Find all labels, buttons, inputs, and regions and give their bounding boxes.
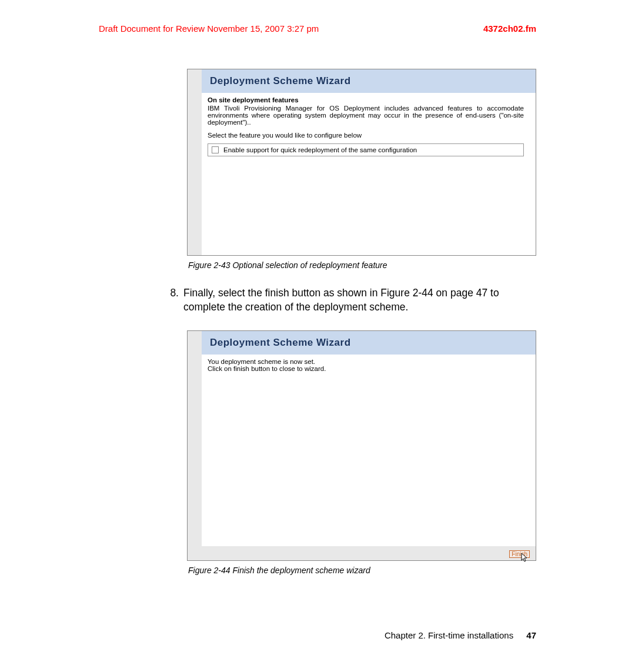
done-line-1: You deployment scheme is now set. (208, 358, 524, 365)
step-body: Finally, select the finish button as sho… (183, 286, 536, 314)
document-page: Draft Document for Review November 15, 2… (0, 0, 635, 672)
draft-notice: Draft Document for Review November 15, 2… (99, 24, 319, 34)
onsite-paragraph-2: Select the feature you would like to con… (208, 132, 524, 139)
onsite-paragraph-1: IBM Tivoli Provisioning Manager for OS D… (208, 105, 524, 126)
page-header: Draft Document for Review November 15, 2… (0, 24, 635, 34)
page-footer: Chapter 2. First-time installations 47 (385, 630, 536, 640)
filename-label: 4372ch02.fm (483, 24, 536, 34)
redeploy-checkbox-label: Enable support for quick redeployment of… (223, 146, 417, 153)
wizard-title: Deployment Scheme Wizard (202, 331, 536, 355)
figure-2-43-caption: Figure 2-43 Optional selection of redepl… (188, 260, 536, 270)
figure-2-43: Deployment Scheme Wizard On site deploym… (187, 69, 536, 270)
step-number: 8. (158, 286, 183, 314)
finish-button[interactable]: Finish (509, 550, 530, 558)
wizard-sidebar (188, 69, 202, 255)
onsite-subheading: On site deployment features (208, 96, 524, 103)
done-line-2: Click on finish button to close to wizar… (208, 365, 524, 372)
step-8: 8. Finally, select the finish button as … (158, 286, 536, 314)
wizard-sidebar (188, 331, 202, 546)
checkbox-icon[interactable] (212, 146, 219, 153)
deployment-wizard-dialog-1: Deployment Scheme Wizard On site deploym… (187, 69, 536, 256)
redeploy-checkbox-row[interactable]: Enable support for quick redeployment of… (208, 143, 524, 156)
wizard-title: Deployment Scheme Wizard (202, 69, 536, 93)
figure-2-44-caption: Figure 2-44 Finish the deployment scheme… (188, 566, 536, 575)
wizard-content: On site deployment features IBM Tivoli P… (202, 93, 536, 255)
wizard-content: You deployment scheme is now set. Click … (202, 355, 536, 546)
deployment-wizard-dialog-2: Deployment Scheme Wizard You deployment … (187, 330, 536, 561)
figure-2-44: Deployment Scheme Wizard You deployment … (187, 330, 536, 575)
page-number: 47 (526, 630, 536, 640)
chapter-label: Chapter 2. First-time installations (385, 630, 513, 640)
wizard-footer: Finish (188, 546, 536, 560)
